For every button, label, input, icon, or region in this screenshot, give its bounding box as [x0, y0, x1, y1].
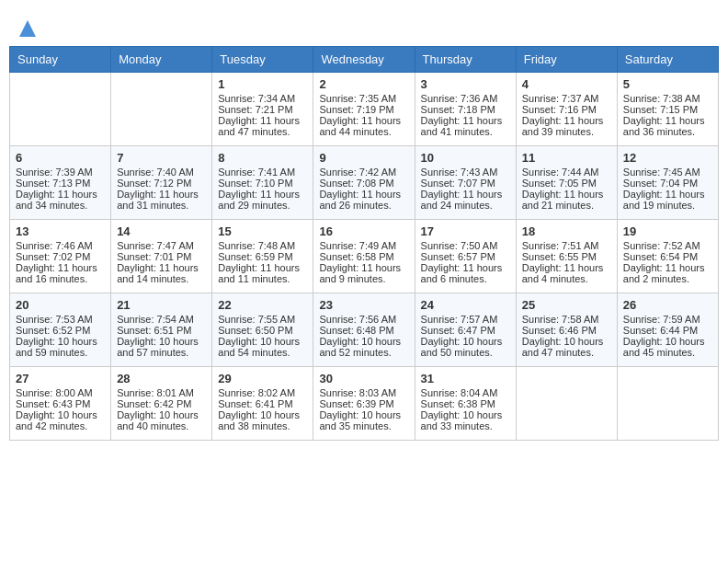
sunrise-text: Sunrise: 7:42 AM	[319, 167, 396, 178]
day-number: 29	[218, 372, 307, 385]
calendar-header-row: SundayMondayTuesdayWednesdayThursdayFrid…	[10, 46, 719, 72]
day-number: 25	[522, 298, 611, 312]
day-number: 28	[117, 372, 206, 385]
calendar-cell: 29 Sunrise: 8:02 AM Sunset: 6:41 PM Dayl…	[212, 366, 313, 440]
sunrise-text: Sunrise: 7:41 AM	[218, 167, 295, 178]
daylight-text: Daylight: 11 hours and 41 minutes.	[421, 115, 503, 137]
sunrise-text: Sunrise: 7:54 AM	[117, 314, 194, 325]
daylight-text: Daylight: 10 hours and 35 minutes.	[319, 409, 401, 431]
day-number: 14	[117, 224, 206, 238]
sunrise-text: Sunrise: 8:03 AM	[319, 387, 396, 398]
calendar-cell: 9 Sunrise: 7:42 AM Sunset: 7:08 PM Dayli…	[313, 145, 415, 219]
calendar-cell: 7 Sunrise: 7:40 AM Sunset: 7:12 PM Dayli…	[111, 145, 212, 219]
daylight-text: Daylight: 10 hours and 42 minutes.	[16, 409, 97, 431]
sunset-text: Sunset: 7:05 PM	[522, 178, 597, 189]
sunrise-text: Sunrise: 7:50 AM	[421, 240, 498, 251]
day-number: 12	[623, 151, 712, 165]
calendar-cell: 21 Sunrise: 7:54 AM Sunset: 6:51 PM Dayl…	[111, 293, 212, 366]
svg-marker-0	[19, 20, 36, 37]
calendar-cell	[617, 366, 718, 440]
daylight-text: Daylight: 11 hours and 24 minutes.	[421, 189, 503, 211]
sunset-text: Sunset: 6:54 PM	[623, 251, 698, 262]
calendar-cell: 19 Sunrise: 7:52 AM Sunset: 6:54 PM Dayl…	[617, 219, 718, 293]
day-of-week-header: Thursday	[415, 46, 516, 72]
sunrise-text: Sunrise: 7:58 AM	[522, 314, 599, 325]
calendar-week-row: 6 Sunrise: 7:39 AM Sunset: 7:13 PM Dayli…	[10, 145, 719, 219]
sunrise-text: Sunrise: 7:36 AM	[421, 93, 498, 104]
day-number: 5	[623, 77, 712, 91]
calendar-cell: 26 Sunrise: 7:59 AM Sunset: 6:44 PM Dayl…	[617, 293, 718, 366]
daylight-text: Daylight: 11 hours and 26 minutes.	[319, 189, 401, 211]
daylight-text: Daylight: 11 hours and 31 minutes.	[117, 189, 199, 211]
calendar-cell	[111, 72, 212, 145]
daylight-text: Daylight: 11 hours and 9 minutes.	[319, 262, 401, 284]
sunset-text: Sunset: 6:42 PM	[117, 398, 191, 409]
day-number: 9	[319, 151, 408, 165]
daylight-text: Daylight: 11 hours and 11 minutes.	[218, 262, 300, 284]
day-number: 2	[319, 77, 408, 91]
day-number: 10	[421, 151, 510, 165]
calendar-table: SundayMondayTuesdayWednesdayThursdayFrid…	[9, 46, 719, 441]
calendar-cell: 10 Sunrise: 7:43 AM Sunset: 7:07 PM Dayl…	[415, 145, 516, 219]
day-number: 26	[623, 298, 712, 312]
sunset-text: Sunset: 7:12 PM	[117, 178, 191, 189]
sunset-text: Sunset: 7:08 PM	[319, 178, 393, 189]
sunrise-text: Sunrise: 7:59 AM	[623, 314, 700, 325]
calendar-week-row: 13 Sunrise: 7:46 AM Sunset: 7:02 PM Dayl…	[10, 219, 719, 293]
sunset-text: Sunset: 6:47 PM	[421, 325, 495, 336]
calendar-cell: 18 Sunrise: 7:51 AM Sunset: 6:55 PM Dayl…	[516, 219, 617, 293]
calendar-week-row: 1 Sunrise: 7:34 AM Sunset: 7:21 PM Dayli…	[10, 72, 719, 145]
calendar-cell	[516, 366, 617, 440]
sunrise-text: Sunrise: 7:57 AM	[421, 314, 498, 325]
day-number: 4	[522, 77, 611, 91]
sunrise-text: Sunrise: 7:56 AM	[319, 314, 396, 325]
calendar-cell: 16 Sunrise: 7:49 AM Sunset: 6:58 PM Dayl…	[313, 219, 415, 293]
sunset-text: Sunset: 7:21 PM	[218, 104, 292, 115]
calendar-cell: 25 Sunrise: 7:58 AM Sunset: 6:46 PM Dayl…	[516, 293, 617, 366]
day-number: 16	[319, 224, 408, 238]
sunrise-text: Sunrise: 8:02 AM	[218, 387, 295, 398]
sunrise-text: Sunrise: 7:45 AM	[623, 167, 700, 178]
sunset-text: Sunset: 6:46 PM	[522, 325, 597, 336]
sunset-text: Sunset: 6:48 PM	[319, 325, 393, 336]
daylight-text: Daylight: 11 hours and 34 minutes.	[16, 189, 97, 211]
day-of-week-header: Sunday	[10, 46, 111, 72]
sunrise-text: Sunrise: 7:44 AM	[522, 167, 599, 178]
sunset-text: Sunset: 7:02 PM	[16, 251, 90, 262]
day-number: 1	[218, 77, 307, 91]
daylight-text: Daylight: 11 hours and 2 minutes.	[623, 262, 705, 284]
sunset-text: Sunset: 7:16 PM	[522, 104, 597, 115]
sunset-text: Sunset: 7:13 PM	[16, 178, 90, 189]
calendar-cell: 4 Sunrise: 7:37 AM Sunset: 7:16 PM Dayli…	[516, 72, 617, 145]
daylight-text: Daylight: 10 hours and 57 minutes.	[117, 336, 199, 358]
sunrise-text: Sunrise: 7:48 AM	[218, 240, 295, 251]
calendar-cell: 13 Sunrise: 7:46 AM Sunset: 7:02 PM Dayl…	[10, 219, 111, 293]
daylight-text: Daylight: 10 hours and 59 minutes.	[16, 336, 97, 358]
sunset-text: Sunset: 7:19 PM	[319, 104, 393, 115]
day-number: 17	[421, 224, 510, 238]
sunrise-text: Sunrise: 7:34 AM	[218, 93, 295, 104]
daylight-text: Daylight: 11 hours and 39 minutes.	[522, 115, 604, 137]
sunset-text: Sunset: 6:52 PM	[16, 325, 90, 336]
sunrise-text: Sunrise: 7:47 AM	[117, 240, 194, 251]
sunrise-text: Sunrise: 7:39 AM	[16, 167, 93, 178]
sunset-text: Sunset: 6:50 PM	[218, 325, 292, 336]
day-number: 13	[16, 224, 105, 238]
sunset-text: Sunset: 7:07 PM	[421, 178, 495, 189]
calendar-cell: 20 Sunrise: 7:53 AM Sunset: 6:52 PM Dayl…	[10, 293, 111, 366]
day-of-week-header: Wednesday	[313, 46, 415, 72]
header	[9, 9, 719, 41]
day-number: 30	[319, 372, 408, 385]
daylight-text: Daylight: 10 hours and 45 minutes.	[623, 336, 705, 358]
calendar-cell: 22 Sunrise: 7:55 AM Sunset: 6:50 PM Dayl…	[212, 293, 313, 366]
sunset-text: Sunset: 6:51 PM	[117, 325, 191, 336]
daylight-text: Daylight: 11 hours and 19 minutes.	[623, 189, 705, 211]
day-number: 20	[16, 298, 105, 312]
day-number: 18	[522, 224, 611, 238]
logo	[18, 18, 37, 37]
day-number: 3	[421, 77, 510, 91]
day-number: 11	[522, 151, 611, 165]
daylight-text: Daylight: 10 hours and 38 minutes.	[218, 409, 300, 431]
calendar-cell: 17 Sunrise: 7:50 AM Sunset: 6:57 PM Dayl…	[415, 219, 516, 293]
sunset-text: Sunset: 7:15 PM	[623, 104, 698, 115]
